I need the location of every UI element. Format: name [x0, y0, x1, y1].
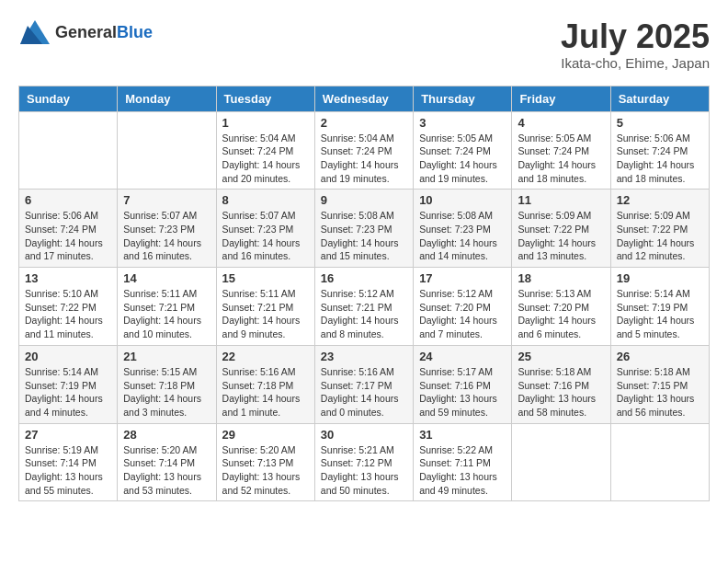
calendar-cell [610, 423, 709, 501]
day-number: 16 [321, 271, 407, 285]
day-info: Sunrise: 5:05 AMSunset: 7:24 PMDaylight:… [518, 132, 604, 186]
calendar-cell: 23Sunrise: 5:16 AMSunset: 7:17 PMDayligh… [314, 345, 413, 423]
calendar-week-row: 27Sunrise: 5:19 AMSunset: 7:14 PMDayligh… [19, 423, 710, 501]
day-number: 21 [123, 350, 210, 363]
calendar-cell: 21Sunrise: 5:15 AMSunset: 7:18 PMDayligh… [118, 345, 216, 423]
day-info: Sunrise: 5:12 AMSunset: 7:21 PMDaylight:… [321, 287, 407, 341]
calendar-cell: 6Sunrise: 5:06 AMSunset: 7:24 PMDaylight… [19, 190, 118, 268]
calendar-cell: 11Sunrise: 5:09 AMSunset: 7:22 PMDayligh… [512, 190, 610, 268]
calendar-cell: 12Sunrise: 5:09 AMSunset: 7:22 PMDayligh… [610, 190, 709, 268]
calendar-cell: 7Sunrise: 5:07 AMSunset: 7:23 PMDaylight… [118, 190, 216, 268]
calendar-header-thursday: Thursday [414, 86, 512, 111]
day-info: Sunrise: 5:20 AMSunset: 7:14 PMDaylight:… [123, 443, 210, 498]
day-info: Sunrise: 5:14 AMSunset: 7:19 PMDaylight:… [617, 287, 703, 341]
day-number: 7 [123, 193, 210, 207]
day-number: 29 [222, 428, 309, 442]
calendar-header-row: SundayMondayTuesdayWednesdayThursdayFrid… [19, 86, 710, 111]
calendar-header-saturday: Saturday [610, 86, 709, 111]
day-number: 6 [25, 193, 111, 207]
day-info: Sunrise: 5:09 AMSunset: 7:22 PMDaylight:… [518, 209, 604, 263]
day-info: Sunrise: 5:14 AMSunset: 7:19 PMDaylight:… [25, 365, 111, 419]
day-info: Sunrise: 5:17 AMSunset: 7:16 PMDaylight:… [419, 365, 506, 419]
day-info: Sunrise: 5:04 AMSunset: 7:24 PMDaylight:… [222, 132, 309, 186]
calendar-header-wednesday: Wednesday [314, 86, 413, 111]
day-number: 30 [321, 428, 407, 442]
calendar-cell: 30Sunrise: 5:21 AMSunset: 7:12 PMDayligh… [314, 423, 413, 501]
day-info: Sunrise: 5:18 AMSunset: 7:16 PMDaylight:… [518, 365, 604, 419]
calendar-week-row: 13Sunrise: 5:10 AMSunset: 7:22 PMDayligh… [19, 268, 710, 346]
day-info: Sunrise: 5:20 AMSunset: 7:13 PMDaylight:… [222, 443, 309, 498]
logo-text-general: General [55, 23, 117, 41]
day-number: 5 [617, 116, 703, 130]
day-info: Sunrise: 5:11 AMSunset: 7:21 PMDaylight:… [222, 287, 309, 341]
day-number: 23 [321, 350, 407, 363]
calendar-cell: 10Sunrise: 5:08 AMSunset: 7:23 PMDayligh… [414, 190, 512, 268]
calendar-header-friday: Friday [512, 86, 610, 111]
calendar-cell: 20Sunrise: 5:14 AMSunset: 7:19 PMDayligh… [19, 345, 118, 423]
title-area: July 2025 Ikata-cho, Ehime, Japan [561, 18, 710, 71]
day-info: Sunrise: 5:22 AMSunset: 7:11 PMDaylight:… [419, 443, 506, 498]
day-info: Sunrise: 5:08 AMSunset: 7:23 PMDaylight:… [321, 209, 407, 263]
calendar-cell: 1Sunrise: 5:04 AMSunset: 7:24 PMDaylight… [216, 111, 314, 190]
calendar-cell: 13Sunrise: 5:10 AMSunset: 7:22 PMDayligh… [19, 268, 118, 346]
calendar-cell: 26Sunrise: 5:18 AMSunset: 7:15 PMDayligh… [610, 345, 709, 423]
day-number: 11 [518, 193, 604, 207]
day-number: 8 [222, 193, 309, 207]
day-number: 2 [321, 116, 407, 130]
calendar-cell: 29Sunrise: 5:20 AMSunset: 7:13 PMDayligh… [216, 423, 314, 501]
day-number: 26 [617, 350, 703, 363]
logo: GeneralBlue [18, 18, 153, 46]
calendar-cell [118, 111, 216, 190]
calendar-week-row: 1Sunrise: 5:04 AMSunset: 7:24 PMDaylight… [19, 111, 710, 190]
calendar-cell: 3Sunrise: 5:05 AMSunset: 7:24 PMDaylight… [414, 111, 512, 190]
day-number: 31 [419, 428, 506, 442]
day-info: Sunrise: 5:21 AMSunset: 7:12 PMDaylight:… [321, 443, 407, 498]
day-info: Sunrise: 5:06 AMSunset: 7:24 PMDaylight:… [25, 209, 111, 263]
day-number: 18 [518, 271, 604, 285]
calendar-header-sunday: Sunday [19, 86, 118, 111]
day-info: Sunrise: 5:09 AMSunset: 7:22 PMDaylight:… [617, 209, 703, 263]
day-number: 25 [518, 350, 604, 363]
day-number: 20 [25, 350, 111, 363]
logo-text-blue: Blue [117, 23, 153, 41]
day-info: Sunrise: 5:16 AMSunset: 7:18 PMDaylight:… [222, 365, 309, 419]
day-number: 19 [617, 271, 703, 285]
calendar-cell: 5Sunrise: 5:06 AMSunset: 7:24 PMDaylight… [610, 111, 709, 190]
calendar-cell: 16Sunrise: 5:12 AMSunset: 7:21 PMDayligh… [314, 268, 413, 346]
day-info: Sunrise: 5:16 AMSunset: 7:17 PMDaylight:… [321, 365, 407, 419]
calendar-cell: 24Sunrise: 5:17 AMSunset: 7:16 PMDayligh… [414, 345, 512, 423]
calendar-cell: 9Sunrise: 5:08 AMSunset: 7:23 PMDaylight… [314, 190, 413, 268]
day-number: 13 [25, 271, 111, 285]
day-number: 28 [123, 428, 210, 442]
calendar-header-monday: Monday [118, 86, 216, 111]
day-number: 14 [123, 271, 210, 285]
month-title: July 2025 [561, 18, 710, 55]
calendar-cell: 4Sunrise: 5:05 AMSunset: 7:24 PMDaylight… [512, 111, 610, 190]
calendar-week-row: 6Sunrise: 5:06 AMSunset: 7:24 PMDaylight… [19, 190, 710, 268]
day-number: 12 [617, 193, 703, 207]
day-info: Sunrise: 5:05 AMSunset: 7:24 PMDaylight:… [419, 132, 506, 186]
calendar-header-tuesday: Tuesday [216, 86, 314, 111]
calendar-table: SundayMondayTuesdayWednesdayThursdayFrid… [18, 86, 710, 502]
calendar-cell [512, 423, 610, 501]
day-number: 24 [419, 350, 506, 363]
calendar-cell: 18Sunrise: 5:13 AMSunset: 7:20 PMDayligh… [512, 268, 610, 346]
calendar-cell: 19Sunrise: 5:14 AMSunset: 7:19 PMDayligh… [610, 268, 709, 346]
calendar-week-row: 20Sunrise: 5:14 AMSunset: 7:19 PMDayligh… [19, 345, 710, 423]
day-number: 17 [419, 271, 506, 285]
day-info: Sunrise: 5:15 AMSunset: 7:18 PMDaylight:… [123, 365, 210, 419]
location-subtitle: Ikata-cho, Ehime, Japan [561, 55, 710, 71]
day-number: 3 [419, 116, 506, 130]
calendar-cell: 15Sunrise: 5:11 AMSunset: 7:21 PMDayligh… [216, 268, 314, 346]
calendar-cell: 22Sunrise: 5:16 AMSunset: 7:18 PMDayligh… [216, 345, 314, 423]
day-info: Sunrise: 5:12 AMSunset: 7:20 PMDaylight:… [419, 287, 506, 341]
day-info: Sunrise: 5:04 AMSunset: 7:24 PMDaylight:… [321, 132, 407, 186]
day-info: Sunrise: 5:10 AMSunset: 7:22 PMDaylight:… [25, 287, 111, 341]
day-number: 4 [518, 116, 604, 130]
day-info: Sunrise: 5:11 AMSunset: 7:21 PMDaylight:… [123, 287, 210, 341]
calendar-cell: 31Sunrise: 5:22 AMSunset: 7:11 PMDayligh… [414, 423, 512, 501]
day-number: 9 [321, 193, 407, 207]
calendar-cell: 2Sunrise: 5:04 AMSunset: 7:24 PMDaylight… [314, 111, 413, 190]
day-info: Sunrise: 5:07 AMSunset: 7:23 PMDaylight:… [222, 209, 309, 263]
day-info: Sunrise: 5:18 AMSunset: 7:15 PMDaylight:… [617, 365, 703, 419]
